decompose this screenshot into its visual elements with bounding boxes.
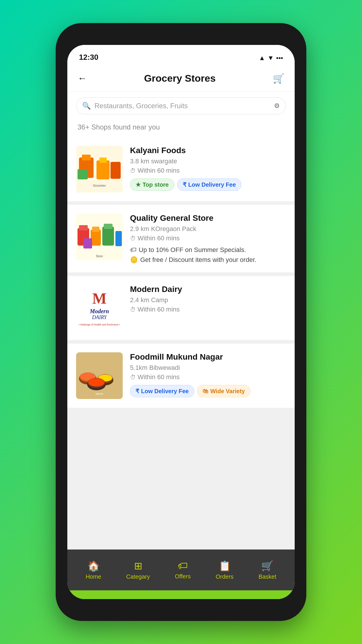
clock-icon-foodmill: ⏱ bbox=[130, 374, 136, 381]
store-card-kalyani[interactable]: Groceries Kalyani Foods 3.8 km swargate … bbox=[67, 137, 295, 201]
svg-rect-4 bbox=[99, 158, 107, 163]
basket-icon: 🛒 bbox=[261, 560, 273, 572]
category-icon: ⊞ bbox=[134, 560, 142, 572]
store-name-kalyani: Kalyani Foods bbox=[130, 146, 286, 155]
nav-label-category: Categary bbox=[126, 573, 150, 580]
svg-text:• Melange of health and freshn: • Melange of health and freshness • bbox=[79, 323, 120, 326]
promo-discount-quality: 🏷 Up to 10% OFF on Summer Specials. bbox=[130, 246, 286, 254]
results-text: 36+ Shops found near you bbox=[67, 120, 295, 137]
store-tags-foodmill: ₹ Low Delivery Fee 🛍 Wide Variety bbox=[130, 385, 286, 397]
tag-top-store: ★ Top store bbox=[130, 178, 174, 191]
phone-screen: 12:30 ▲ ▼ ▪▪▪ ← Grocery Stores 🛒 🔍 Resta… bbox=[67, 45, 295, 599]
phone-frame: 12:30 ▲ ▼ ▪▪▪ ← Grocery Stores 🛒 🔍 Resta… bbox=[56, 23, 306, 621]
store-time-quality: ⏱ Within 60 mins bbox=[130, 235, 286, 242]
nav-label-offers: Offers bbox=[175, 573, 191, 580]
svg-rect-10 bbox=[79, 225, 88, 230]
store-image-foodmill: Spices bbox=[76, 352, 123, 399]
store-card-foodmill[interactable]: Spices Foodmill Mukund Nagar 5.1km Bibwe… bbox=[67, 344, 295, 408]
app-header: ← Grocery Stores 🛒 bbox=[67, 65, 295, 92]
nav-label-basket: Basket bbox=[259, 573, 276, 580]
svg-rect-3 bbox=[96, 160, 110, 179]
stores-list: Groceries Kalyani Foods 3.8 km swargate … bbox=[67, 137, 295, 550]
svg-rect-2 bbox=[82, 155, 91, 160]
svg-rect-14 bbox=[104, 224, 113, 229]
svg-text:M: M bbox=[92, 290, 106, 307]
back-button[interactable]: ← bbox=[78, 73, 87, 84]
svg-rect-16 bbox=[83, 238, 92, 249]
status-time: 12:30 bbox=[79, 53, 99, 62]
store-image-modern: M Modern DAIRY • Melange of health and f… bbox=[76, 285, 123, 331]
rupee-icon: ₹ bbox=[183, 181, 187, 188]
tag-wide-variety: 🛍 Wide Variety bbox=[197, 385, 250, 397]
search-bar[interactable]: 🔍 Restaurants, Groceries, Fruits ⚙ bbox=[76, 97, 286, 114]
offers-icon: 🏷 bbox=[178, 560, 188, 571]
svg-rect-11 bbox=[91, 230, 101, 246]
tag-low-delivery-fee-foodmill: ₹ Low Delivery Fee bbox=[130, 385, 194, 397]
promo-free-quality: 🪙 Get free / Discount items with your or… bbox=[130, 256, 286, 264]
nav-label-home: Home bbox=[86, 573, 101, 580]
status-bar: 12:30 ▲ ▼ ▪▪▪ bbox=[67, 45, 295, 65]
search-icon: 🔍 bbox=[82, 102, 91, 110]
svg-rect-13 bbox=[102, 227, 114, 246]
svg-rect-15 bbox=[115, 231, 122, 246]
search-input[interactable]: Restaurants, Groceries, Fruits bbox=[94, 102, 274, 110]
store-info-quality: Quality General Store 2.9 km KOregaon Pa… bbox=[130, 214, 286, 264]
store-name-quality: Quality General Store bbox=[130, 214, 286, 223]
bottom-nav: 🏠 Home ⊞ Categary 🏷 Offers 📋 Orders 🛒 Ba… bbox=[67, 550, 295, 590]
orders-icon: 📋 bbox=[219, 560, 231, 572]
svg-rect-6 bbox=[78, 169, 88, 179]
nav-item-offers[interactable]: 🏷 Offers bbox=[175, 560, 191, 580]
store-time-modern: ⏱ Within 60 mins bbox=[130, 306, 286, 313]
discount-icon: 🏷 bbox=[130, 246, 136, 254]
nav-label-orders: Orders bbox=[216, 573, 233, 580]
svg-rect-12 bbox=[92, 227, 99, 232]
page-title: Grocery Stores bbox=[144, 73, 216, 84]
svg-text:Groceries: Groceries bbox=[93, 184, 106, 187]
store-time-foodmill: ⏱ Within 60 mins bbox=[130, 373, 286, 381]
store-card-modern[interactable]: M Modern DAIRY • Melange of health and f… bbox=[67, 276, 295, 340]
star-icon: ★ bbox=[136, 181, 141, 188]
store-image-quality: Store bbox=[76, 214, 123, 260]
nav-item-category[interactable]: ⊞ Categary bbox=[126, 560, 150, 580]
signal-icon: ▼ bbox=[268, 54, 274, 62]
notch bbox=[143, 23, 219, 41]
store-image-kalyani: Groceries bbox=[76, 146, 123, 192]
wifi-icon: ▲ bbox=[259, 54, 265, 62]
cart-icon[interactable]: 🛒 bbox=[273, 73, 284, 84]
store-distance-kalyani: 3.8 km swargate bbox=[130, 158, 286, 165]
filter-icon[interactable]: ⚙ bbox=[274, 102, 280, 110]
bottom-bar bbox=[67, 590, 295, 599]
battery-icon: ▪▪▪ bbox=[276, 54, 283, 62]
bag-icon: 🛍 bbox=[203, 388, 208, 395]
clock-icon-quality: ⏱ bbox=[130, 235, 136, 242]
search-container: 🔍 Restaurants, Groceries, Fruits ⚙ bbox=[67, 92, 295, 120]
svg-text:Spices: Spices bbox=[95, 392, 103, 395]
store-name-modern: Modern Dairy bbox=[130, 285, 286, 294]
store-info-kalyani: Kalyani Foods 3.8 km swargate ⏱ Within 6… bbox=[130, 146, 286, 191]
svg-text:Modern: Modern bbox=[89, 308, 109, 314]
svg-text:DAIRY: DAIRY bbox=[92, 314, 108, 320]
svg-text:Store: Store bbox=[96, 255, 103, 258]
svg-rect-5 bbox=[110, 162, 121, 179]
store-tags-kalyani: ★ Top store ₹ Low Delivery Fee bbox=[130, 178, 286, 191]
nav-item-basket[interactable]: 🛒 Basket bbox=[259, 560, 276, 580]
store-distance-foodmill: 5.1km Bibwewadi bbox=[130, 364, 286, 372]
nav-item-orders[interactable]: 📋 Orders bbox=[216, 560, 233, 580]
home-icon: 🏠 bbox=[87, 560, 100, 572]
store-distance-modern: 2.4 km Camp bbox=[130, 296, 286, 304]
status-icons: ▲ ▼ ▪▪▪ bbox=[259, 54, 283, 62]
store-distance-quality: 2.9 km KOregaon Pack bbox=[130, 225, 286, 233]
store-info-modern: Modern Dairy 2.4 km Camp ⏱ Within 60 min… bbox=[130, 285, 286, 317]
clock-icon-modern: ⏱ bbox=[130, 306, 136, 313]
store-time-kalyani: ⏱ Within 60 mins bbox=[130, 167, 286, 174]
tag-low-delivery-fee-kalyani: ₹ Low Delivery Fee bbox=[177, 178, 241, 191]
svg-point-32 bbox=[88, 378, 105, 386]
gift-icon: 🪙 bbox=[130, 256, 138, 264]
rupee-icon-foodmill: ₹ bbox=[136, 388, 139, 395]
clock-icon: ⏱ bbox=[130, 167, 136, 174]
nav-item-home[interactable]: 🏠 Home bbox=[86, 560, 101, 580]
store-card-quality[interactable]: Store Quality General Store 2.9 km KOreg… bbox=[67, 205, 295, 272]
store-info-foodmill: Foodmill Mukund Nagar 5.1km Bibwewadi ⏱ … bbox=[130, 352, 286, 397]
store-name-foodmill: Foodmill Mukund Nagar bbox=[130, 352, 286, 362]
